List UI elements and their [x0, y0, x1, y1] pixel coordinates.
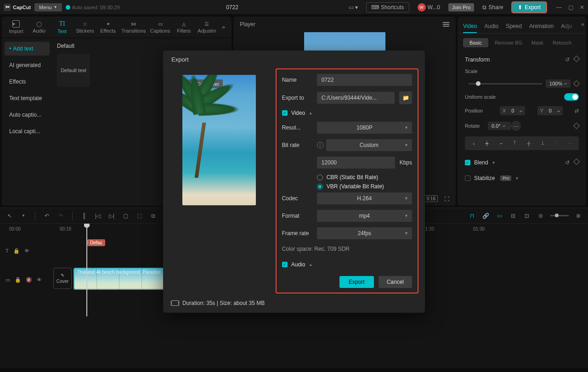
chevron-down-icon: ▼ — [404, 125, 408, 130]
modal-export-button[interactable]: Export — [339, 276, 374, 288]
format-label: Format — [282, 213, 312, 219]
audio-section-check[interactable]: ✓ — [282, 262, 288, 267]
colorspace-text: Color space: Rec. 709 SDR — [282, 246, 412, 252]
cover-preview[interactable]: ✎ Edit cover — [182, 75, 256, 205]
modal-cancel-button[interactable]: Cancel — [379, 276, 412, 288]
modal-title: Export — [163, 51, 425, 68]
chevron-down-icon: ▼ — [404, 231, 408, 236]
bitrate-number-input[interactable] — [317, 157, 395, 169]
folder-icon: 📁 — [402, 95, 409, 101]
vbr-label: VBR (Variable Bit Rate) — [327, 183, 384, 190]
bitrate-label: Bit rate — [282, 142, 312, 148]
framerate-select[interactable]: 24fps▼ — [317, 227, 412, 239]
film-icon — [171, 300, 179, 306]
cbr-label: CBR (Static Bit Rate) — [327, 174, 379, 180]
modal-footer: Duration: 35s | Size: about 35 MB — [163, 293, 425, 313]
name-label: Name — [282, 77, 312, 83]
name-input[interactable] — [317, 74, 412, 86]
resolution-select[interactable]: 1080P▼ — [317, 122, 412, 134]
collapse-icon[interactable]: ▲ — [309, 263, 312, 267]
browse-folder-button[interactable]: 📁 — [399, 91, 412, 104]
exportto-label: Export to — [282, 95, 312, 101]
resolution-label: Resol... — [282, 124, 312, 131]
video-section-label: Video — [291, 110, 305, 116]
bitrate-select[interactable]: Custom▼ — [326, 139, 412, 151]
cbr-radio[interactable] — [317, 175, 323, 180]
codec-label: Codec — [282, 195, 312, 202]
export-modal-backdrop: Export ✎ Edit cover — [0, 0, 588, 372]
bitrate-unit: Kbps — [400, 159, 412, 166]
vbr-radio[interactable] — [317, 184, 323, 190]
cover-preview-area: ✎ Edit cover — [170, 68, 269, 293]
video-section-check[interactable]: ✓ — [282, 110, 288, 116]
audio-section-label: Audio — [291, 261, 305, 268]
chevron-down-icon: ▼ — [404, 196, 408, 201]
export-modal: Export ✎ Edit cover — [163, 51, 425, 313]
duration-size-text: Duration: 35s | Size: about 35 MB — [182, 300, 265, 306]
collapse-icon[interactable]: ▲ — [309, 111, 312, 115]
framerate-label: Frame rate — [282, 230, 312, 237]
cover-image — [182, 89, 256, 178]
bitrate-info-icon[interactable]: i — [317, 142, 323, 148]
chevron-down-icon: ▼ — [404, 143, 408, 147]
chevron-down-icon: ▼ — [404, 214, 408, 218]
format-select[interactable]: mp4▼ — [317, 210, 412, 222]
export-settings: Name Export to C:/Users/93444/Vide... 📁 … — [276, 68, 418, 293]
codec-select[interactable]: H.264▼ — [317, 192, 412, 204]
exportto-path[interactable]: C:/Users/93444/Vide... — [317, 92, 395, 104]
